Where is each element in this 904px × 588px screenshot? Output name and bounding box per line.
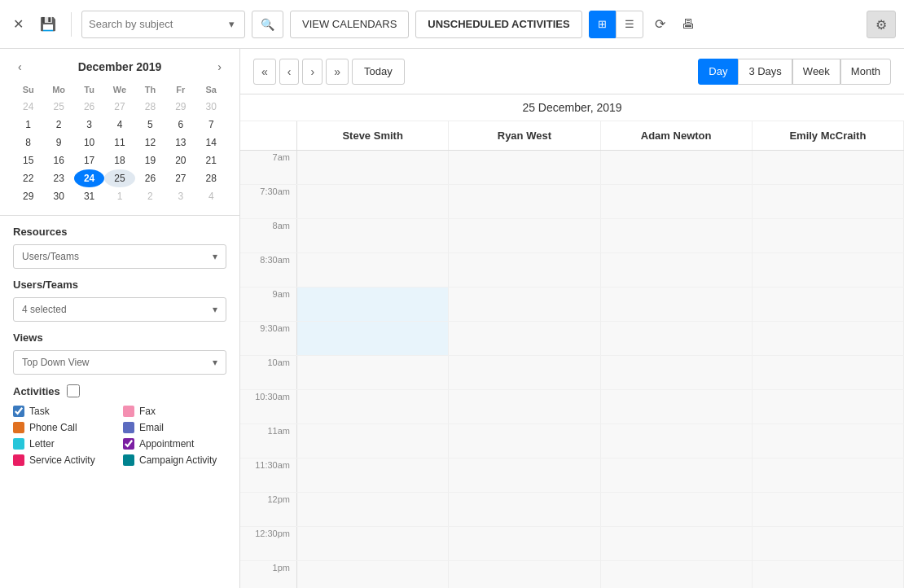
cal-view-btn-month[interactable]: Month — [840, 59, 891, 85]
mini-cal-day[interactable]: 3 — [165, 187, 195, 205]
cal-event-cell[interactable] — [297, 424, 449, 458]
cal-event-cell[interactable] — [449, 219, 600, 252]
cal-event-cell[interactable] — [449, 185, 600, 218]
activity-checkbox-appointment[interactable] — [123, 438, 134, 450]
cal-event-cell[interactable] — [601, 253, 753, 287]
views-dropdown[interactable]: Top Down View ▾ — [13, 350, 226, 375]
cal-event-cell[interactable] — [297, 322, 449, 355]
mini-cal-day[interactable]: 11 — [104, 134, 134, 151]
view-calendars-button[interactable]: VIEW CALENDARS — [290, 11, 409, 38]
cal-event-cell[interactable] — [601, 561, 753, 588]
cal-event-cell[interactable] — [297, 185, 449, 218]
activities-main-checkbox[interactable] — [67, 384, 80, 397]
cal-event-cell[interactable] — [297, 356, 449, 389]
cal-view-btn-day[interactable]: Day — [698, 59, 738, 85]
mini-cal-day[interactable]: 25 — [43, 98, 73, 116]
cal-event-cell[interactable] — [753, 459, 904, 492]
mini-cal-day[interactable]: 13 — [165, 134, 195, 151]
users-teams-dropdown[interactable]: 4 selected ▾ — [13, 297, 226, 322]
cal-event-cell[interactable] — [753, 287, 904, 321]
mini-cal-prev-button[interactable]: ‹ — [13, 59, 27, 75]
mini-cal-day[interactable]: 1 — [104, 187, 134, 205]
mini-cal-day[interactable]: 14 — [196, 134, 226, 151]
close-button[interactable]: ✕ — [8, 11, 29, 37]
cal-event-cell[interactable] — [753, 390, 904, 423]
cal-event-cell[interactable] — [449, 527, 600, 560]
mini-cal-day[interactable]: 2 — [43, 116, 73, 134]
search-input[interactable] — [89, 18, 226, 30]
cal-event-cell[interactable] — [601, 151, 753, 184]
mini-cal-day[interactable]: 2 — [135, 187, 165, 205]
cal-event-cell[interactable] — [449, 322, 600, 355]
refresh-button[interactable]: ⟳ — [650, 11, 670, 37]
cal-event-cell[interactable] — [449, 459, 600, 492]
cal-event-cell[interactable] — [753, 253, 904, 287]
cal-event-cell[interactable] — [449, 356, 600, 389]
cal-event-cell[interactable] — [753, 561, 904, 588]
cal-event-cell[interactable] — [753, 322, 904, 355]
mini-cal-day[interactable]: 22 — [13, 169, 43, 187]
cal-event-cell[interactable] — [601, 322, 753, 355]
mini-cal-day[interactable]: 10 — [74, 134, 104, 151]
cal-view-btn-3-days[interactable]: 3 Days — [738, 59, 792, 85]
resources-dropdown[interactable]: Users/Teams ▾ — [13, 244, 226, 269]
search-icon-button[interactable]: 🔍 — [252, 11, 283, 38]
cal-event-cell[interactable] — [753, 356, 904, 389]
cal-event-cell[interactable] — [753, 219, 904, 252]
mini-cal-day[interactable]: 4 — [104, 116, 134, 134]
mini-cal-day[interactable]: 29 — [13, 187, 43, 205]
mini-cal-day[interactable]: 19 — [135, 151, 165, 169]
cal-event-cell[interactable] — [449, 493, 600, 526]
mini-cal-next-button[interactable]: › — [213, 59, 226, 75]
cal-body[interactable]: 7am7:30am8am8:30am9am9:30am10am10:30am11… — [240, 151, 904, 588]
mini-cal-day[interactable]: 24 — [74, 169, 104, 187]
cal-event-cell[interactable] — [449, 390, 600, 423]
cal-next-button[interactable]: › — [302, 59, 323, 85]
mini-cal-day[interactable]: 18 — [104, 151, 134, 169]
mini-cal-day[interactable]: 5 — [135, 116, 165, 134]
mini-cal-day[interactable]: 28 — [135, 98, 165, 116]
mini-cal-day[interactable]: 27 — [165, 169, 195, 187]
cal-event-cell[interactable] — [297, 527, 449, 560]
cal-event-cell[interactable] — [449, 424, 600, 458]
mini-cal-day[interactable]: 20 — [165, 151, 195, 169]
mini-cal-day[interactable]: 26 — [135, 169, 165, 187]
cal-view-btn-week[interactable]: Week — [792, 59, 840, 85]
cal-first-button[interactable]: « — [253, 59, 276, 85]
mini-cal-day[interactable]: 27 — [104, 98, 134, 116]
mini-cal-day[interactable]: 28 — [196, 169, 226, 187]
cal-event-cell[interactable] — [753, 424, 904, 458]
cal-event-cell[interactable] — [601, 185, 753, 218]
cal-event-cell[interactable] — [297, 287, 449, 321]
cal-event-cell[interactable] — [297, 493, 449, 526]
mini-cal-day[interactable]: 24 — [13, 98, 43, 116]
cal-event-cell[interactable] — [601, 493, 753, 526]
mini-cal-day[interactable]: 17 — [74, 151, 104, 169]
print-button[interactable]: 🖶 — [677, 12, 700, 37]
cal-event-cell[interactable] — [297, 459, 449, 492]
cal-event-cell[interactable] — [297, 219, 449, 252]
search-dropdown-button[interactable]: ▾ — [226, 18, 238, 30]
cal-event-cell[interactable] — [297, 253, 449, 287]
cal-event-cell[interactable] — [297, 561, 449, 588]
cal-event-cell[interactable] — [601, 390, 753, 423]
mini-cal-day[interactable]: 7 — [196, 116, 226, 134]
save-button[interactable]: 💾 — [35, 11, 61, 37]
unscheduled-activities-button[interactable]: UNSCHEDULED ACTIVITIES — [415, 11, 581, 38]
cal-event-cell[interactable] — [601, 219, 753, 252]
mini-cal-day[interactable]: 12 — [135, 134, 165, 151]
cal-event-cell[interactable] — [753, 185, 904, 218]
mini-cal-day[interactable]: 1 — [13, 116, 43, 134]
mini-cal-day[interactable]: 15 — [13, 151, 43, 169]
grid-view-button[interactable]: ⊞ — [589, 11, 616, 38]
cal-event-cell[interactable] — [601, 424, 753, 458]
cal-event-cell[interactable] — [449, 287, 600, 321]
mini-cal-day[interactable]: 16 — [43, 151, 73, 169]
mini-cal-day[interactable]: 6 — [165, 116, 195, 134]
cal-event-cell[interactable] — [601, 287, 753, 321]
mini-cal-day[interactable]: 8 — [13, 134, 43, 151]
cal-event-cell[interactable] — [753, 151, 904, 184]
cal-event-cell[interactable] — [601, 527, 753, 560]
activity-checkbox-task[interactable] — [13, 406, 24, 417]
cal-event-cell[interactable] — [449, 151, 600, 184]
